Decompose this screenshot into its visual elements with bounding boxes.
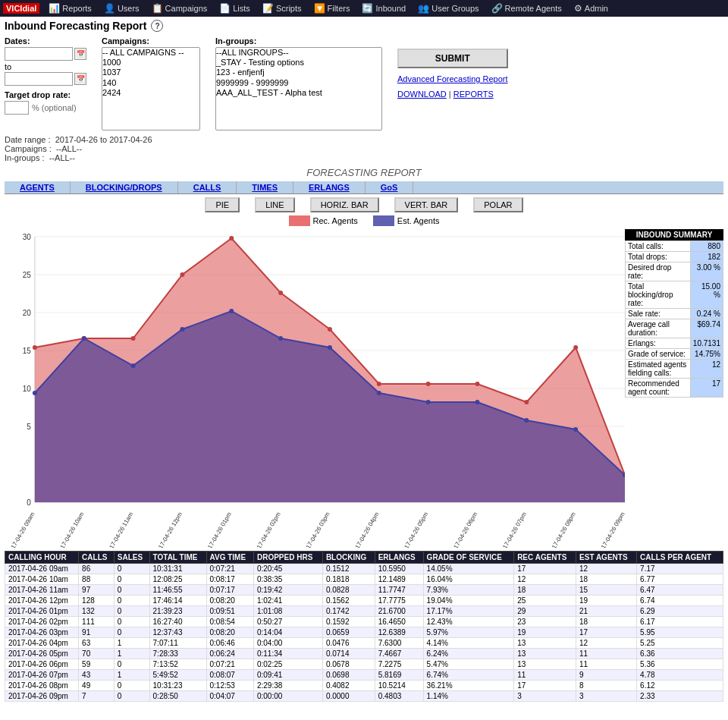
nav-lists[interactable]: 📄Lists xyxy=(213,3,256,14)
tab-agents[interactable]: AGENTS xyxy=(5,181,71,193)
tab-gos[interactable]: GoS xyxy=(366,181,414,193)
ingroup-9999-option[interactable]: 9999999 - 9999999 xyxy=(216,78,381,88)
rec-point-3 xyxy=(180,272,184,277)
table-cell: 2017-04-26 01pm xyxy=(5,606,79,617)
date-to-input[interactable]: 2017-04-26 xyxy=(5,72,73,86)
table-cell: 23 xyxy=(514,617,576,627)
tab-erlangs[interactable]: ERLANGS xyxy=(293,181,366,193)
col-total-time: TOTAL TIME xyxy=(149,552,206,564)
legend-rec-agents: Rec. Agents xyxy=(289,215,358,226)
summary-row: Erlangs: 10.7131 xyxy=(626,338,723,349)
pie-button[interactable]: PIE xyxy=(205,197,240,212)
svg-text:2017-04-26 12pm: 2017-04-26 12pm xyxy=(154,511,184,548)
campaigns-info-label: Campaigns : xyxy=(5,144,52,153)
table-cell: 11 xyxy=(514,670,576,681)
all-ingroups-option[interactable]: --ALL INGROUPS-- xyxy=(216,48,381,58)
line-button[interactable]: LINE xyxy=(255,197,294,212)
ingroups-group: In-groups: --ALL INGROUPS-- _STAY - Test… xyxy=(215,36,382,130)
table-cell: 0:08:07 xyxy=(206,670,253,681)
polar-button[interactable]: POLAR xyxy=(473,197,522,212)
ingroup-123-option[interactable]: 123 - enfjenfj xyxy=(216,68,381,77)
rec-point-9 xyxy=(475,382,479,386)
campaigns-select[interactable]: -- ALL CAMPAIGNS -- 1000 1037 140 2424 xyxy=(102,47,200,130)
nav-filters[interactable]: 🔽Filters xyxy=(308,3,356,14)
nav-campaigns[interactable]: 📋Campaigns xyxy=(146,3,214,14)
date-to-calendar[interactable]: 📅 xyxy=(74,73,86,85)
summary-header: INBOUND SUMMARY xyxy=(625,229,723,241)
submit-button[interactable]: SUBMIT xyxy=(397,49,508,68)
all-campaigns-option[interactable]: -- ALL CAMPAIGNS -- xyxy=(102,48,199,58)
col-blocking: BLOCKING xyxy=(322,552,375,564)
table-cell: 0:19:42 xyxy=(253,585,322,596)
campaign-option-2424[interactable]: 2424 xyxy=(102,88,199,98)
campaigns-group: Campaigns: -- ALL CAMPAIGNS -- 1000 1037… xyxy=(102,36,200,130)
help-icon[interactable]: ? xyxy=(151,20,163,32)
table-cell: 2017-04-26 06pm xyxy=(5,659,79,670)
nav-remote-agents[interactable]: 🔗Remote Agents xyxy=(485,3,568,14)
table-row: 2017-04-26 03pm91012:37:430:08:200:14:04… xyxy=(5,627,723,638)
summary-value: 880 xyxy=(690,241,723,252)
tab-blocking-drops[interactable]: BLOCKING/DROPS xyxy=(71,181,178,193)
reports-link[interactable]: REPORTS xyxy=(453,90,494,99)
table-row: 2017-04-26 05pm7017:28:330:06:240:11:340… xyxy=(5,649,723,659)
summary-value: 182 xyxy=(690,252,723,263)
nav-reports[interactable]: 📊Reports xyxy=(42,3,98,14)
chart-legend: Rec. Agents Est. Agents xyxy=(5,215,723,226)
table-cell: 7:13:52 xyxy=(149,659,206,670)
table-cell: 21 xyxy=(576,606,637,617)
table-cell: 0:04:07 xyxy=(206,691,253,702)
horiz-bar-button[interactable]: HORIZ. BAR xyxy=(310,197,379,212)
nav-inbound[interactable]: 🔄Inbound xyxy=(356,3,412,14)
target-rate-input[interactable]: 3 xyxy=(5,101,29,115)
table-cell: 0.0714 xyxy=(322,649,375,659)
ingroups-info-value: --ALL-- xyxy=(49,153,75,162)
table-cell: 0.1562 xyxy=(322,596,375,606)
ingroup-stay-option[interactable]: _STAY - Testing options xyxy=(216,58,381,68)
table-row: 2017-04-26 10am88012:08:250:08:170:38:35… xyxy=(5,574,723,585)
nav-admin[interactable]: ⚙Admin xyxy=(568,3,614,14)
col-calls: CALLS xyxy=(79,552,115,564)
summary-row: Total calls: 880 xyxy=(626,241,723,252)
table-cell: 0 xyxy=(114,596,149,606)
table-cell: 2017-04-26 11am xyxy=(5,585,79,596)
svg-text:2017-04-26 09am: 2017-04-26 09am xyxy=(6,511,36,548)
table-cell: 0 xyxy=(114,574,149,585)
ingroup-aaa-option[interactable]: AAA_ALL_TEST - Alpha test xyxy=(216,88,381,98)
col-calls-per-agent: CALLS PER AGENT xyxy=(637,552,723,564)
scripts-icon: 📝 xyxy=(262,3,274,14)
summary-label: Total calls: xyxy=(626,241,691,252)
ingroups-select[interactable]: --ALL INGROUPS-- _STAY - Testing options… xyxy=(215,47,382,130)
table-cell: 12:08:25 xyxy=(149,574,206,585)
table-cell: 17.17% xyxy=(423,606,514,617)
table-cell: 5:49:52 xyxy=(149,670,206,681)
nav-scripts[interactable]: 📝Scripts xyxy=(256,3,308,14)
table-cell: 0:04:00 xyxy=(253,638,322,649)
nav-user-groups[interactable]: 👥User Groups xyxy=(412,3,485,14)
table-cell: 11:46:55 xyxy=(149,585,206,596)
advanced-report-link[interactable]: Advanced Forecasting Report xyxy=(397,74,508,83)
table-cell: 86 xyxy=(79,564,115,574)
est-point-2 xyxy=(131,363,136,368)
nav-users[interactable]: 👤Users xyxy=(98,3,146,14)
vert-bar-button[interactable]: VERT. BAR xyxy=(394,197,459,212)
download-link[interactable]: DOWNLOAD xyxy=(397,90,447,99)
table-cell: 10.5950 xyxy=(375,564,423,574)
date-range-label: Date range : xyxy=(5,135,51,144)
svg-text:2017-04-26 07pm: 2017-04-26 07pm xyxy=(498,511,528,548)
tab-times[interactable]: TIMES xyxy=(237,181,293,193)
campaign-option-1037[interactable]: 1037 xyxy=(102,68,199,77)
summary-value: 10.7131 xyxy=(690,338,723,349)
date-from-calendar[interactable]: 📅 xyxy=(74,48,86,60)
summary-value: 3.00 % xyxy=(690,263,723,281)
rec-point-0 xyxy=(33,345,37,350)
tab-calls[interactable]: CALLS xyxy=(178,181,237,193)
table-cell: 70 xyxy=(79,649,115,659)
table-cell: 5.47% xyxy=(423,659,514,670)
table-cell: 91 xyxy=(79,627,115,638)
campaign-option-140[interactable]: 140 xyxy=(102,78,199,88)
chart-title: FORECASTING REPORT xyxy=(5,167,723,178)
campaigns-info-value: --ALL-- xyxy=(56,144,82,153)
campaign-option-1000[interactable]: 1000 xyxy=(102,58,199,68)
date-from-input[interactable]: 2017-04-26 xyxy=(5,47,73,61)
summary-row: Grade of service: 14.75% xyxy=(626,349,723,360)
